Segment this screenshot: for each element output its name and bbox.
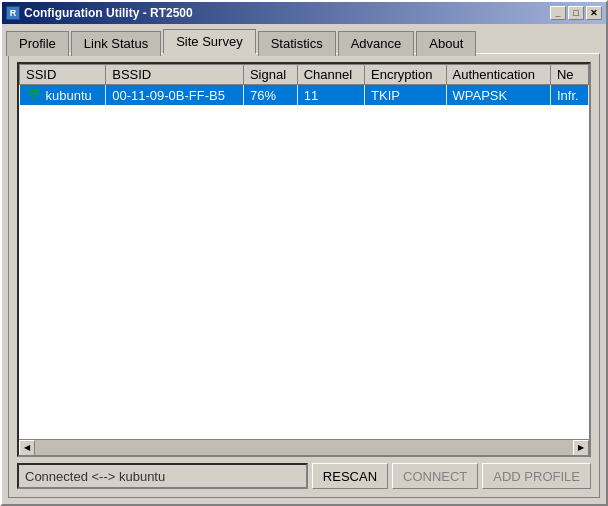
main-window: R Configuration Utility - RT2500 _ □ ✕ P… [0, 0, 608, 506]
table-row[interactable]: kubuntu00-11-09-0B-FF-B576%11TKIPWPAPSKI… [20, 85, 589, 106]
minimize-button[interactable]: _ [550, 6, 566, 20]
cell-bssid: 00-11-09-0B-FF-B5 [106, 85, 244, 106]
add-profile-button[interactable]: ADD PROFILE [482, 463, 591, 489]
table-scroll-wrapper[interactable]: SSID BSSID Signal Channel Encryption Aut… [19, 64, 589, 439]
restore-button[interactable]: □ [568, 6, 584, 20]
tab-statistics[interactable]: Statistics [258, 31, 336, 56]
col-authentication: Authentication [446, 65, 550, 85]
cell-channel: 11 [297, 85, 364, 106]
rescan-button[interactable]: RESCAN [312, 463, 388, 489]
title-bar-buttons: _ □ ✕ [550, 6, 602, 20]
bottom-bar: Connected <--> kubuntu RESCAN CONNECT AD… [17, 463, 591, 489]
tab-bar: ProfileLink StatusSite SurveyStatisticsA… [2, 24, 606, 53]
col-channel: Channel [297, 65, 364, 85]
tab-advance[interactable]: Advance [338, 31, 415, 56]
horizontal-scrollbar: ◀ ▶ [19, 439, 589, 455]
scroll-right-button[interactable]: ▶ [573, 440, 589, 456]
svg-point-1 [33, 99, 35, 101]
content-area: SSID BSSID Signal Channel Encryption Aut… [8, 53, 600, 498]
cell-network: Infr. [550, 85, 588, 106]
tab-about[interactable]: About [416, 31, 476, 56]
tab-site-survey[interactable]: Site Survey [163, 29, 255, 54]
col-signal: Signal [243, 65, 297, 85]
tab-link-status[interactable]: Link Status [71, 31, 161, 56]
col-ssid: SSID [20, 65, 106, 85]
cell-encryption: TKIP [365, 85, 447, 106]
scrollbar-track[interactable] [35, 440, 573, 455]
col-bssid: BSSID [106, 65, 244, 85]
cell-signal: 76% [243, 85, 297, 106]
cell-ssid: kubuntu [20, 85, 106, 106]
status-text: Connected <--> kubuntu [25, 469, 165, 484]
close-button[interactable]: ✕ [586, 6, 602, 20]
scroll-left-button[interactable]: ◀ [19, 440, 35, 456]
title-bar: R Configuration Utility - RT2500 _ □ ✕ [2, 2, 606, 24]
status-field: Connected <--> kubuntu [17, 463, 308, 489]
cell-authentication: WPAPSK [446, 85, 550, 106]
col-encryption: Encryption [365, 65, 447, 85]
title-bar-left: R Configuration Utility - RT2500 [6, 6, 193, 20]
window-title: Configuration Utility - RT2500 [24, 6, 193, 20]
connect-button[interactable]: CONNECT [392, 463, 478, 489]
tab-profile[interactable]: Profile [6, 31, 69, 56]
col-network: Ne [550, 65, 588, 85]
app-icon: R [6, 6, 20, 20]
site-survey-table: SSID BSSID Signal Channel Encryption Aut… [19, 64, 589, 105]
table-header-row: SSID BSSID Signal Channel Encryption Aut… [20, 65, 589, 85]
table-container: SSID BSSID Signal Channel Encryption Aut… [17, 62, 591, 457]
